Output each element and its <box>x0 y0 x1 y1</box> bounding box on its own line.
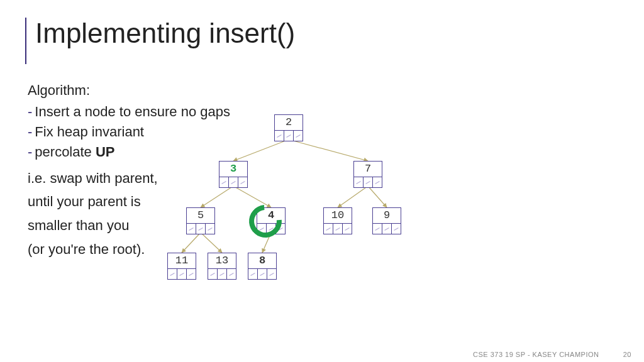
svg-line-7 <box>201 233 222 253</box>
heap-edges <box>0 0 644 362</box>
svg-line-1 <box>289 140 368 161</box>
footer-page: 20 <box>613 351 631 358</box>
svg-line-2 <box>201 186 233 207</box>
svg-line-6 <box>182 233 201 253</box>
svg-line-0 <box>233 140 289 161</box>
svg-line-5 <box>368 186 387 207</box>
slide-footer: CSE 373 19 SP - KASEY CHAMPION 20 <box>473 351 631 358</box>
svg-line-4 <box>338 186 368 207</box>
footer-course: CSE 373 19 SP - KASEY CHAMPION <box>473 351 599 358</box>
